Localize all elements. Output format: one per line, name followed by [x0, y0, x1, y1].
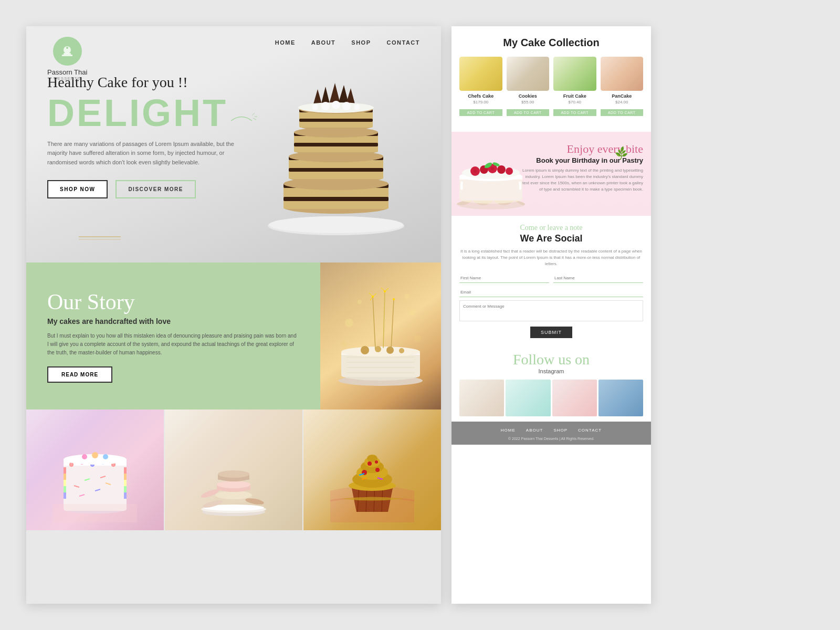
svg-point-53 — [386, 346, 394, 354]
footer-nav-about[interactable]: ABOUT — [526, 428, 543, 433]
collection-title: My Cake Collection — [459, 37, 643, 49]
story-cake-image — [320, 262, 441, 410]
add-to-cart-button-2[interactable]: ADD TO CART — [507, 109, 550, 116]
svg-line-4 — [252, 113, 255, 116]
svg-rect-83 — [124, 486, 127, 492]
svg-point-3 — [66, 47, 68, 49]
add-to-cart-button-1[interactable]: ADD TO CART — [459, 109, 502, 116]
svg-rect-2 — [62, 55, 72, 56]
svg-rect-73 — [64, 459, 127, 511]
social-section: Come or leave a note We Are Social It is… — [452, 216, 651, 346]
cake-product-grid: Chefs Cake $179.00 ADD TO CART Cookies $… — [459, 57, 643, 116]
svg-line-62 — [373, 293, 376, 297]
svg-point-104 — [103, 454, 108, 459]
svg-point-36 — [332, 101, 340, 109]
svg-point-102 — [82, 454, 87, 459]
svg-point-70 — [358, 300, 362, 304]
svg-point-117 — [218, 470, 249, 478]
cake-price-2: $55.00 — [507, 100, 550, 104]
story-description: But I must explain to you how all this m… — [47, 332, 299, 357]
svg-rect-78 — [64, 486, 66, 492]
svg-rect-81 — [124, 474, 127, 480]
instagram-image-2[interactable] — [506, 380, 550, 416]
social-title: We Are Social — [459, 233, 643, 244]
hero-decoration — [226, 110, 257, 133]
story-subtitle: My cakes are handcrafted with love — [47, 317, 299, 326]
svg-rect-1 — [64, 53, 71, 55]
right-panel: My Cake Collection Chefs Cake $179.00 AD… — [452, 26, 651, 604]
follow-section: Follow us on Instagram — [452, 346, 651, 422]
birthday-description: Lorem ipsum is simply dummy text of the … — [522, 167, 643, 193]
discover-more-button[interactable]: DISCOVER MORE — [116, 180, 196, 198]
add-to-cart-button-3[interactable]: ADD TO CART — [553, 109, 596, 116]
collection-section: My Cake Collection Chefs Cake $179.00 AD… — [452, 26, 651, 132]
bottom-images-section — [26, 410, 441, 530]
nav-home[interactable]: HOME — [275, 39, 296, 46]
cake-item-4: PanCake $24.00 ADD TO CART — [601, 57, 644, 116]
cake-price-3: $70.40 — [553, 100, 596, 104]
bottom-image-3 — [303, 410, 441, 530]
svg-point-8 — [269, 216, 403, 233]
nav-contact[interactable]: CONTACT — [387, 39, 420, 46]
first-name-input[interactable] — [459, 274, 549, 283]
nav-about[interactable]: ABOUT — [311, 39, 336, 46]
svg-line-56 — [383, 291, 385, 348]
footer-nav-home[interactable]: HOME — [501, 428, 516, 433]
svg-point-52 — [375, 346, 381, 352]
svg-point-71 — [404, 294, 410, 299]
footer-nav-shop[interactable]: SHOP — [553, 428, 568, 433]
bottom-image-2 — [165, 410, 302, 530]
svg-point-114 — [217, 481, 250, 488]
cake-price-4: $24.00 — [601, 100, 644, 104]
svg-point-39 — [354, 104, 360, 110]
svg-rect-105 — [53, 504, 137, 522]
svg-rect-80 — [124, 467, 127, 474]
email-input[interactable] — [459, 288, 643, 297]
svg-point-60 — [393, 298, 395, 300]
svg-rect-79 — [64, 492, 66, 499]
social-tagline: Come or leave a note — [459, 224, 643, 232]
logo: Passorn Thai DESSERTS — [47, 37, 87, 81]
cake-price-1: $179.00 — [459, 100, 502, 104]
logo-circle — [53, 37, 82, 66]
svg-line-55 — [373, 297, 375, 349]
svg-point-54 — [399, 348, 404, 353]
svg-point-35 — [321, 102, 330, 110]
cake-image-3 — [553, 57, 596, 91]
svg-point-103 — [92, 452, 98, 458]
instagram-image-4[interactable] — [598, 380, 643, 416]
instagram-image-3[interactable] — [552, 380, 597, 416]
instagram-image-1[interactable] — [459, 380, 504, 416]
svg-point-68 — [341, 341, 346, 346]
svg-rect-75 — [64, 467, 66, 474]
svg-point-37 — [342, 102, 351, 110]
contact-form: SUBMIT — [459, 274, 643, 338]
cake-image-2 — [507, 57, 550, 91]
svg-rect-27 — [299, 119, 373, 122]
svg-point-38 — [312, 104, 318, 110]
hero-cake-image — [252, 47, 441, 262]
submit-button[interactable]: SUBMIT — [530, 327, 572, 338]
gold-decoration — [79, 234, 131, 247]
footer-nav: HOME ABOUT SHOP CONTACT — [459, 428, 643, 433]
shop-now-button[interactable]: SHOP NOW — [47, 180, 108, 198]
nav-shop[interactable]: SHOP — [351, 39, 371, 46]
svg-rect-17 — [289, 168, 383, 172]
read-more-button[interactable]: READ MORE — [47, 366, 112, 383]
birthday-content: 🌿 Enjoy every bite Book your Birthday in… — [459, 142, 643, 192]
svg-line-6 — [253, 118, 256, 120]
cake-name-2: Cookies — [507, 93, 550, 99]
cake-name-4: PanCake — [601, 93, 644, 99]
logo-sub: DESSERTS — [47, 76, 87, 81]
svg-line-65 — [385, 288, 388, 291]
cake-image-1 — [459, 57, 502, 91]
svg-point-67 — [409, 309, 415, 316]
svg-rect-12 — [284, 197, 388, 201]
message-textarea[interactable] — [459, 300, 643, 321]
story-cake-panel — [320, 262, 441, 410]
social-description: It is a long established fact that a rea… — [459, 248, 643, 267]
add-to-cart-button-4[interactable]: ADD TO CART — [601, 109, 644, 116]
footer-nav-contact[interactable]: CONTACT — [578, 428, 602, 433]
last-name-input[interactable] — [553, 274, 643, 283]
svg-point-132 — [375, 468, 380, 472]
